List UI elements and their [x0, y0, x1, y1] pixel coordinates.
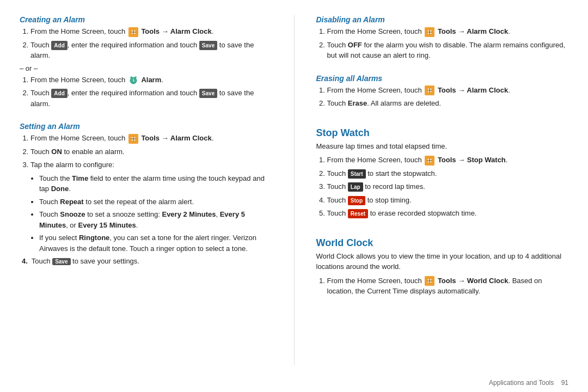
- erasing-alarms-section: Erasing all Alarms From the Home Screen,…: [316, 74, 569, 112]
- save-button-inline: Save: [199, 41, 217, 50]
- list-item: Touch ON to enable an alarm.: [30, 146, 272, 157]
- page-number: 91: [561, 379, 568, 387]
- list-item: From the Home Screen, touch Tools → Alar…: [327, 26, 569, 37]
- svg-point-7: [130, 77, 132, 78]
- save-button-settings: Save: [52, 258, 70, 265]
- svg-point-8: [134, 77, 136, 78]
- tools-icon3: [425, 27, 434, 37]
- list-item: Touch Add, enter the required informatio…: [30, 40, 272, 61]
- setting-alarm-steps: From the Home Screen, touch Tools → Alar…: [30, 133, 272, 254]
- svg-rect-20: [427, 90, 432, 91]
- lap-button: Lap: [348, 182, 363, 192]
- list-item: Touch Lap to record lap times.: [327, 181, 569, 192]
- start-button: Start: [348, 169, 366, 179]
- svg-rect-5: [133, 78, 133, 81]
- stopwatch-steps: From the Home Screen, touch Tools → Stop…: [327, 155, 569, 219]
- add-button-inline: Add: [51, 41, 67, 50]
- svg-rect-12: [131, 138, 136, 139]
- column-divider: [294, 15, 295, 365]
- svg-rect-16: [427, 32, 432, 33]
- list-item: Touch Stop to stop timing.: [327, 195, 569, 206]
- creating-alarm-section: Creating an Alarm From the Home Screen, …: [20, 15, 272, 112]
- list-item: Tap the alarm to configure: Touch the Ti…: [30, 160, 272, 254]
- creating-alarm-title: Creating an Alarm: [20, 15, 272, 24]
- stopwatch-desc: Measure lap times and total elapsed time…: [316, 141, 569, 152]
- step4: 4. Touch Save to save your settings.: [22, 257, 272, 265]
- tools-icon5: [425, 156, 434, 166]
- stopwatch-title: Stop Watch: [316, 127, 569, 139]
- setting-alarm-title: Setting an Alarm: [20, 122, 272, 131]
- list-item: Touch Reset to erase recorded stopwatch …: [327, 208, 569, 219]
- disabling-alarm-section: Disabling an Alarm From the Home Screen,…: [316, 15, 569, 64]
- tools-icon6: [425, 276, 434, 286]
- worldclock-steps: From the Home Screen, touch Tools → Worl…: [327, 275, 569, 297]
- list-item: From the Home Screen, touch Tools → Worl…: [327, 275, 569, 297]
- or-separator: – or –: [20, 64, 272, 72]
- list-item: Touch Erase. All alarms are deleted.: [327, 98, 569, 109]
- footer-text: Applications and Tools: [489, 379, 554, 387]
- list-item: From the Home Screen, touch Tools → Alar…: [30, 133, 272, 144]
- page-footer: Applications and Tools 91: [0, 376, 588, 392]
- worldclock-title: World Clock: [316, 237, 569, 249]
- list-item: Touch Snooze to set a snooze setting: Ev…: [39, 209, 272, 230]
- step-text: From the Home Screen, touch: [30, 27, 127, 35]
- list-item: From the Home Screen, touch Tools → Alar…: [30, 26, 272, 37]
- alarm-icon: [128, 75, 138, 85]
- step-bold: Alarm.: [141, 76, 163, 84]
- right-column: Disabling an Alarm From the Home Screen,…: [316, 15, 569, 365]
- list-item: Touch OFF for the alarm you wish to disa…: [327, 40, 569, 61]
- svg-rect-6: [133, 81, 134, 82]
- step-text: From the Home Screen, touch: [30, 76, 127, 84]
- svg-rect-28: [427, 280, 432, 281]
- step-bold: Tools → Alarm Clock.: [141, 27, 213, 35]
- worldclock-desc: World Clock allows you to view the time …: [316, 251, 569, 272]
- tools-icon4: [425, 85, 434, 95]
- save-button-inline2: Save: [199, 89, 217, 98]
- svg-rect-3: [131, 32, 136, 33]
- disabling-alarm-steps: From the Home Screen, touch Tools → Alar…: [327, 26, 569, 61]
- tools-icon2: [128, 134, 138, 144]
- creating-alarm-steps-a: From the Home Screen, touch Tools → Alar…: [30, 26, 272, 61]
- reset-button: Reset: [348, 209, 368, 218]
- list-item: Touch Repeat to set the repeat of the al…: [39, 197, 272, 207]
- list-item: From the Home Screen, touch Tools → Alar…: [327, 85, 569, 96]
- list-item: From the Home Screen, touch Tools → Stop…: [327, 155, 569, 166]
- left-column: Creating an Alarm From the Home Screen, …: [20, 15, 272, 365]
- configure-bullets: Touch the Time field to enter the alarm …: [39, 173, 272, 254]
- setting-alarm-section: Setting an Alarm From the Home Screen, t…: [20, 122, 272, 265]
- stopwatch-section: Stop Watch Measure lap times and total e…: [316, 122, 569, 222]
- erasing-alarms-title: Erasing all Alarms: [316, 74, 569, 83]
- tools-icon: [128, 27, 138, 37]
- list-item: Touch Add, enter the required informatio…: [30, 88, 272, 109]
- stop-button: Stop: [348, 196, 365, 205]
- svg-rect-24: [427, 160, 432, 161]
- add-button-inline2: Add: [51, 89, 67, 98]
- list-item: Touch Start to start the stopwatch.: [327, 168, 569, 179]
- worldclock-section: World Clock World Clock allows you to vi…: [316, 232, 569, 300]
- disabling-alarm-title: Disabling an Alarm: [316, 15, 569, 24]
- erasing-alarms-steps: From the Home Screen, touch Tools → Alar…: [327, 85, 569, 109]
- list-item: Touch the Time field to enter the alarm …: [39, 173, 272, 194]
- list-item: From the Home Screen, touch Alarm.: [30, 75, 272, 85]
- list-item: If you select Ringtone, you can set a to…: [39, 232, 272, 254]
- creating-alarm-steps-b: From the Home Screen, touch Alarm. Touch…: [30, 75, 272, 109]
